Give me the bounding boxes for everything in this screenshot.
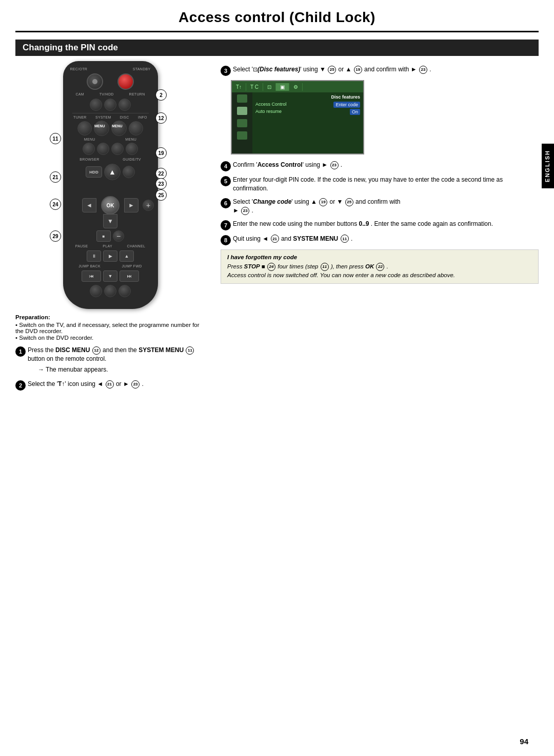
play-label: PLAY	[103, 244, 112, 248]
screen-icon-4	[237, 131, 247, 140]
step-5-text: Enter your four-digit PIN code. If the c…	[233, 176, 539, 193]
callout-23: 23	[155, 178, 167, 189]
callout-29: 29	[50, 230, 61, 242]
step-6-text: Select 'Change code' using ▲ 19 or ▼ 25 …	[233, 198, 539, 216]
step-6-num: 6	[221, 198, 231, 208]
cam-label: CAM	[75, 92, 84, 96]
power-button[interactable]	[117, 73, 134, 90]
small-buttons-row	[68, 99, 153, 111]
info-button[interactable]	[129, 121, 143, 135]
preparation-section: Preparation: • Switch on the TV, and if …	[15, 314, 205, 341]
tv-hdd-button[interactable]	[104, 99, 116, 111]
tuner-button[interactable]	[77, 121, 92, 135]
main-content: 2 12 11 19 22 23 21	[15, 56, 539, 400]
screen-body: Disc features Access Control Enter code …	[232, 92, 363, 153]
return-label: RETURN	[129, 92, 145, 96]
return-button[interactable]	[118, 99, 131, 111]
step-4-num: 4	[221, 161, 231, 171]
minus-button[interactable]: −	[113, 230, 124, 242]
pause-button[interactable]: ⏸	[87, 250, 101, 262]
play-button[interactable]: ▶	[103, 250, 117, 262]
btn-c3[interactable]	[111, 143, 124, 155]
ok-button[interactable]: OK	[101, 196, 120, 215]
jump-back-button[interactable]: ⏮	[82, 270, 101, 282]
channel-down-button[interactable]: ▼	[103, 270, 117, 282]
step-2-text: Select the 'T↑' icon using ◄ 21 or ► 23 …	[28, 380, 205, 389]
callout-24: 24	[50, 199, 61, 210]
screen-value-1: Enter code	[333, 102, 360, 108]
prep-line2: • Switch on the DVD recorder.	[15, 335, 205, 341]
callout-21: 21	[50, 171, 61, 183]
bottom-btn1[interactable]	[90, 285, 102, 297]
browser-label: BROWSER	[80, 158, 99, 161]
step-7: 7 Enter the new code using the number bu…	[221, 220, 539, 230]
disc-menu-button[interactable]: MENU	[111, 121, 127, 136]
hdd-row: HDD ▲	[68, 164, 153, 180]
step-2-num: 2	[15, 380, 26, 391]
step-8-num: 8	[221, 235, 231, 245]
plus-button[interactable]: +	[143, 200, 154, 211]
step-5: 5 Enter your four-digit PIN code. If the…	[221, 176, 539, 193]
info-line-1: Press STOP ■ 24 four times (step 11 ), t…	[227, 262, 532, 271]
screen-row-1: Access Control Enter code	[255, 102, 360, 108]
step-1-text: Press the DISC MENU 12 and then the SYST…	[28, 346, 205, 376]
screen-icon-1	[237, 94, 247, 103]
jump-fwd-label: JUMP FWD	[122, 264, 142, 268]
cam-button[interactable]	[90, 99, 102, 111]
btn-c1[interactable]	[83, 143, 95, 155]
callout-11: 11	[50, 133, 61, 144]
step-1-num: 1	[15, 346, 26, 357]
page-title-bar: Access control (Child Lock)	[15, 0, 539, 32]
right-column: 3 Select '⊡(Disc features)' using ▼ 25 o…	[215, 61, 539, 395]
down-button[interactable]: ▼	[103, 214, 117, 228]
transport-row: ⏸ ▶ ▲	[68, 250, 153, 262]
stop-button[interactable]: ■	[96, 230, 111, 242]
hdd-button[interactable]: HDD	[86, 166, 102, 178]
screen-tab-5: ⚙	[289, 83, 303, 91]
tv-hdd-label: TV/HDD	[100, 92, 114, 96]
callout-25: 25	[155, 189, 167, 201]
screen-mockup: T↑ T C ⊡ ▣ ⚙ Disc features Access Contro…	[231, 80, 364, 154]
step-7-text: Enter the new code using the number butt…	[233, 220, 539, 228]
step-8-text: Quit using ◄ 21 and SYSTEM MENU 11 .	[233, 235, 539, 243]
up-arrow-button[interactable]: ▲	[104, 164, 121, 180]
callout-19: 19	[155, 147, 167, 159]
step-2: 2 Select the 'T↑' icon using ◄ 21 or ► 2…	[15, 380, 205, 391]
bottom-btn2[interactable]	[104, 285, 116, 297]
system-menu-button[interactable]: MENU	[94, 121, 109, 136]
stop-row: ■ −	[68, 230, 153, 242]
screen-title: Disc features	[255, 94, 360, 100]
channel-up-button[interactable]: ▲	[120, 250, 134, 262]
info-line-2: Access control is now switched off. You …	[227, 271, 532, 280]
callout-12: 12	[155, 112, 167, 124]
step-6: 6 Select 'Change code' using ▲ 19 or ▼ 2…	[221, 198, 539, 216]
rec-otr-label: REC/OTR	[70, 67, 88, 71]
step-1: 1 Press the DISC MENU 12 and then the SY…	[15, 346, 205, 376]
jump-fwd-button[interactable]: ⏭	[120, 270, 139, 282]
info-label: INFO	[138, 115, 147, 119]
disc-label: DISC	[120, 115, 129, 119]
guide-button[interactable]	[123, 166, 135, 178]
screen-label-1: Access Control	[255, 102, 287, 108]
guide-tv-label: GUIDE/TV	[123, 158, 141, 161]
left-column: 2 12 11 19 22 23 21	[15, 61, 205, 395]
btn-c4[interactable]	[126, 143, 138, 155]
prep-line1: • Switch on the TV, and if necessary, se…	[15, 322, 205, 334]
btn-c2[interactable]	[97, 143, 109, 155]
menu-label1: MENU	[84, 138, 95, 141]
bottom-row	[68, 285, 153, 297]
screen-icon-3	[237, 119, 247, 127]
screen-tabs: T↑ T C ⊡ ▣ ⚙	[232, 81, 363, 92]
step-4: 4 Confirm 'Access Control' using ► 23 .	[221, 161, 539, 171]
left-button[interactable]: ◄	[82, 198, 96, 212]
system-label: SYSTEM	[95, 115, 111, 119]
bottom-btn3[interactable]	[118, 285, 131, 297]
right-button[interactable]: ►	[124, 198, 138, 212]
step-3-num: 3	[221, 66, 231, 76]
jump-back-label: JUMP BACK	[78, 264, 101, 268]
screen-tab-2: T C	[246, 83, 263, 91]
rec-button[interactable]	[87, 73, 103, 90]
dpad-area: ◄ OK ► ▼ +	[82, 182, 138, 228]
english-tab: ENGLISH	[542, 144, 554, 188]
standby-label: STANDBY	[133, 67, 151, 71]
